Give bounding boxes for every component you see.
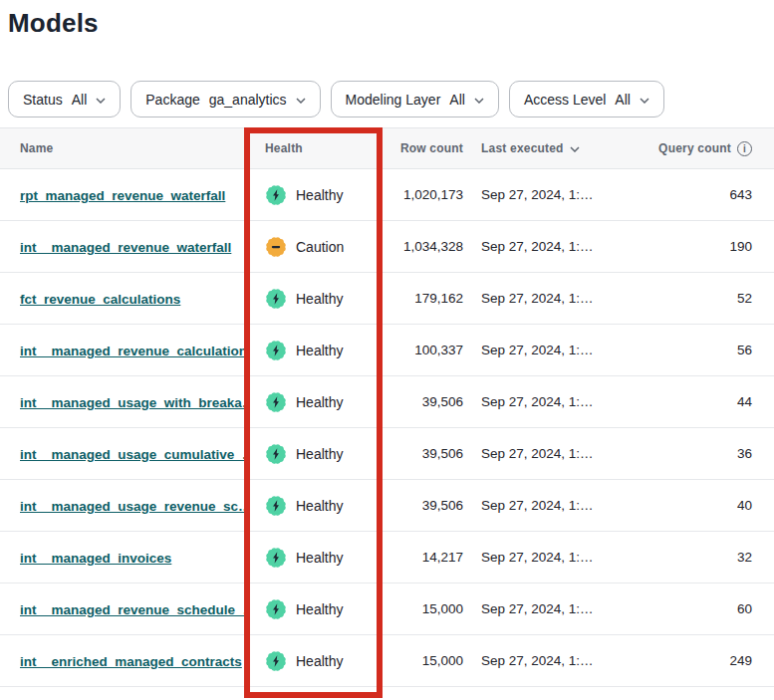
health-status-label: Healthy xyxy=(296,653,343,669)
model-name-cell: int__managed_usage_cumulative_… xyxy=(0,445,244,463)
healthy-lightning-seal-icon xyxy=(265,184,287,206)
package-filter-label: Package xyxy=(145,92,199,108)
health-cell: Caution xyxy=(244,236,382,258)
last-executed-cell: Sep 27, 2024, 1:… xyxy=(468,343,623,357)
column-header-last-executed[interactable]: Last executed xyxy=(468,141,623,155)
chevron-down-icon xyxy=(96,98,106,104)
health-cell: Healthy xyxy=(244,650,382,672)
sort-chevron-down-icon xyxy=(570,146,580,152)
last-executed-cell: Sep 27, 2024, 1:… xyxy=(468,291,623,306)
model-name-link[interactable]: int__managed_invoices xyxy=(20,551,171,566)
health-cell: Healthy xyxy=(244,340,382,361)
package-filter-value: ga_analytics xyxy=(209,92,287,108)
status-filter[interactable]: Status All xyxy=(8,81,121,117)
table-row: int__managed_usage_cumulative_… Healthy … xyxy=(0,428,774,480)
table-row: int__managed_revenue_schedule_… Healthy … xyxy=(0,583,774,635)
package-filter[interactable]: Package ga_analytics xyxy=(130,81,320,117)
healthy-lightning-seal-icon xyxy=(265,495,287,517)
column-header-query-count-label: Query count xyxy=(658,141,731,155)
table-row: int__managed_revenue_calculations Health… xyxy=(0,325,774,376)
last-executed-cell: Sep 27, 2024, 1:… xyxy=(468,550,623,565)
model-name-link[interactable]: rpt_managed_revenue_waterfall xyxy=(20,188,225,203)
model-name-link[interactable]: int__managed_usage_revenue_sc… xyxy=(20,499,244,514)
healthy-lightning-seal-icon xyxy=(265,443,287,465)
model-name-link[interactable]: int__managed_revenue_calculations xyxy=(20,344,244,358)
model-name-cell: rpt_managed_revenue_waterfall xyxy=(0,186,244,204)
health-cell: Healthy xyxy=(244,495,382,517)
query-count-cell: 52 xyxy=(623,291,774,306)
table-header-row: Name Health Row count Last executed Quer… xyxy=(0,127,774,169)
health-status-label: Healthy xyxy=(296,601,343,617)
health-status-label: Healthy xyxy=(296,291,343,307)
last-executed-cell: Sep 27, 2024, 1:… xyxy=(468,187,623,202)
row-count-cell: 179,162 xyxy=(382,291,468,306)
column-header-last-executed-label: Last executed xyxy=(481,141,564,155)
model-name-link[interactable]: fct_revenue_calculations xyxy=(20,292,180,307)
table-row: int__enriched_managed_contracts Healthy … xyxy=(0,635,774,687)
health-status-label: Healthy xyxy=(296,550,343,566)
model-name-cell: int__managed_revenue_waterfall xyxy=(0,238,244,256)
healthy-lightning-seal-icon xyxy=(265,288,287,310)
healthy-lightning-seal-icon xyxy=(265,650,287,672)
model-name-cell: int__managed_revenue_calculations xyxy=(0,342,244,359)
table-row: int__managed_usage_revenue_sc… Healthy 3… xyxy=(0,480,774,532)
modeling-layer-filter[interactable]: Modeling Layer All xyxy=(331,81,499,117)
health-cell: Healthy xyxy=(244,598,382,620)
healthy-lightning-seal-icon xyxy=(265,547,287,569)
query-count-cell: 56 xyxy=(623,343,774,357)
row-count-cell: 100,337 xyxy=(382,343,468,357)
last-executed-cell: Sep 27, 2024, 1:… xyxy=(468,498,623,513)
chevron-down-icon xyxy=(296,98,306,104)
page-title: Models xyxy=(8,6,774,40)
last-executed-cell: Sep 27, 2024, 1:… xyxy=(468,394,623,409)
access-level-filter[interactable]: Access Level All xyxy=(509,81,664,117)
access-level-filter-value: All xyxy=(615,92,631,108)
health-cell: Healthy xyxy=(244,547,382,569)
health-status-label: Healthy xyxy=(296,394,343,410)
model-name-link[interactable]: int__managed_revenue_schedule_… xyxy=(20,602,244,617)
health-status-label: Caution xyxy=(296,239,344,255)
row-count-cell: 39,506 xyxy=(382,498,468,513)
row-count-cell: 15,000 xyxy=(382,601,468,616)
last-executed-cell: Sep 27, 2024, 1:… xyxy=(468,239,623,254)
modeling-layer-filter-label: Modeling Layer xyxy=(346,92,441,108)
row-count-cell: 39,506 xyxy=(382,394,468,409)
model-name-link[interactable]: int__managed_usage_with_breaka… xyxy=(20,395,244,410)
query-count-cell: 40 xyxy=(623,498,774,513)
row-count-cell: 14,217 xyxy=(382,550,468,565)
health-cell: Healthy xyxy=(244,288,382,310)
healthy-lightning-seal-icon xyxy=(265,391,287,413)
model-name-link[interactable]: int__enriched_managed_contracts xyxy=(20,654,242,669)
column-header-query-count: Query count i xyxy=(623,141,774,156)
caution-dash-seal-icon xyxy=(265,236,287,258)
chevron-down-icon xyxy=(474,98,484,104)
query-count-cell: 643 xyxy=(623,187,774,202)
model-name-cell: int__managed_revenue_schedule_… xyxy=(0,600,244,618)
row-count-cell: 1,034,328 xyxy=(382,239,468,254)
model-name-link[interactable]: int__managed_usage_cumulative_… xyxy=(20,447,244,462)
query-count-cell: 249 xyxy=(623,653,774,668)
model-name-link[interactable]: int__managed_revenue_waterfall xyxy=(20,240,231,255)
chevron-down-icon xyxy=(640,98,649,104)
query-count-cell: 60 xyxy=(623,601,774,616)
models-table: Name Health Row count Last executed Quer… xyxy=(0,127,774,687)
access-level-filter-label: Access Level xyxy=(524,92,606,108)
last-executed-cell: Sep 27, 2024, 1:… xyxy=(468,601,623,616)
query-count-cell: 36 xyxy=(623,446,774,461)
health-status-label: Healthy xyxy=(296,498,343,514)
info-circle-icon[interactable]: i xyxy=(737,141,752,156)
row-count-cell: 1,020,173 xyxy=(382,187,468,202)
query-count-cell: 32 xyxy=(623,550,774,565)
query-count-cell: 190 xyxy=(623,239,774,254)
model-name-cell: int__managed_usage_with_breaka… xyxy=(0,393,244,411)
models-page: Models Status All Package ga_analytics M… xyxy=(0,6,774,700)
health-status-label: Healthy xyxy=(296,187,343,203)
table-body: rpt_managed_revenue_waterfall Healthy 1,… xyxy=(0,169,774,687)
column-header-health: Health xyxy=(244,141,382,155)
healthy-lightning-seal-icon xyxy=(265,340,287,361)
column-header-row-count: Row count xyxy=(382,141,468,155)
table-row: int__managed_revenue_waterfall Caution 1… xyxy=(0,221,774,273)
modeling-layer-filter-value: All xyxy=(449,92,465,108)
last-executed-cell: Sep 27, 2024, 1:… xyxy=(468,653,623,668)
table-row: int__managed_invoices Healthy 14,217 Sep… xyxy=(0,532,774,583)
